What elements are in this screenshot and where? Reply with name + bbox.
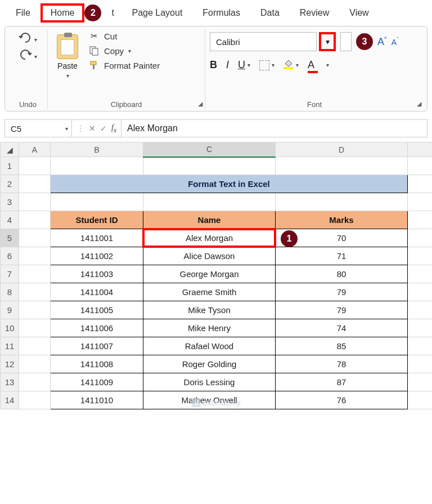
scissors-icon: ✂ <box>88 31 100 41</box>
format-painter-button[interactable]: Format Painter <box>88 60 160 70</box>
chevron-down-icon[interactable]: ▾ <box>296 62 299 68</box>
cell[interactable]: 1411009 <box>51 373 143 391</box>
cut-button[interactable]: ✂ Cut <box>88 31 160 41</box>
worksheet-grid[interactable]: ◢ A B C D 1 2 Format Text in Excel 3 4 S… <box>0 142 432 409</box>
row-header[interactable]: 6 <box>1 247 19 265</box>
cell[interactable]: 80 <box>276 265 408 283</box>
header-marks[interactable]: Marks <box>276 211 408 229</box>
row-header[interactable]: 4 <box>1 211 19 229</box>
cell[interactable]: Alice Dawson <box>143 247 276 265</box>
italic-button[interactable]: I <box>226 59 229 71</box>
cell[interactable]: 1411002 <box>51 247 143 265</box>
cell[interactable]: 85 <box>276 337 408 355</box>
cell[interactable]: 1411007 <box>51 337 143 355</box>
underline-button[interactable]: U▾ <box>238 59 250 71</box>
svg-rect-1 <box>92 48 98 55</box>
col-header-B[interactable]: B <box>51 142 143 157</box>
accept-formula-button[interactable]: ✓ <box>100 124 107 133</box>
cell[interactable]: 1411003 <box>51 265 143 283</box>
tab-review[interactable]: Review <box>290 3 339 23</box>
cell[interactable]: 79 <box>276 301 408 319</box>
row-header[interactable]: 12 <box>1 355 19 373</box>
cell[interactable]: 1411006 <box>51 319 143 337</box>
tab-view[interactable]: View <box>339 3 379 23</box>
font-color-button[interactable]: A ▾ <box>308 59 329 71</box>
tab-home[interactable]: Home <box>40 3 85 23</box>
cell[interactable]: 1411004 <box>51 283 143 301</box>
cell[interactable]: 1411001 <box>51 229 143 247</box>
formula-bar[interactable]: Alex Morgan <box>122 119 428 137</box>
tab-formulas[interactable]: Formulas <box>192 3 250 23</box>
cell[interactable]: 1411010 <box>51 391 143 409</box>
copy-dropdown-icon[interactable]: ▾ <box>128 48 131 54</box>
cell[interactable]: George Morgan <box>143 265 276 283</box>
chevron-down-icon[interactable]: ▾ <box>326 62 329 68</box>
row-header[interactable]: 2 <box>1 175 19 193</box>
name-box[interactable]: C5 ▾ <box>4 119 72 137</box>
col-header-D[interactable]: D <box>276 142 408 157</box>
cell-selected[interactable]: Alex Morgan 1 <box>143 229 276 247</box>
tab-data[interactable]: Data <box>250 3 290 23</box>
row-header[interactable]: 5 <box>1 229 19 247</box>
cell[interactable]: Mike Henry <box>143 319 276 337</box>
cell[interactable]: Doris Lessing <box>143 373 276 391</box>
font-dialog-launcher-icon[interactable]: ◢ <box>417 100 421 108</box>
cell[interactable]: Mathew Orwell <box>143 391 276 409</box>
title-cell[interactable]: Format Text in Excel <box>51 175 408 193</box>
col-header-C[interactable]: C <box>143 142 276 157</box>
chevron-down-icon[interactable]: ▾ <box>65 126 68 132</box>
cell[interactable]: 76 <box>276 391 408 409</box>
header-student-id[interactable]: Student ID <box>51 211 143 229</box>
row-header[interactable]: 11 <box>1 337 19 355</box>
paste-dropdown-icon[interactable]: ▾ <box>66 73 69 79</box>
redo-dropdown-icon[interactable]: ▾ <box>34 53 37 60</box>
row-header[interactable]: 1 <box>1 157 19 175</box>
copy-button[interactable]: Copy ▾ <box>88 46 160 56</box>
insert-function-button[interactable]: fx <box>111 123 116 134</box>
header-name[interactable]: Name <box>143 211 276 229</box>
cell[interactable]: 71 <box>276 247 408 265</box>
bold-button[interactable]: B <box>210 59 217 71</box>
redo-button[interactable] <box>19 49 32 64</box>
select-all-corner[interactable]: ◢ <box>1 142 19 157</box>
row-header[interactable]: 7 <box>1 265 19 283</box>
chevron-down-icon[interactable]: ▾ <box>248 62 250 68</box>
font-name-combo[interactable]: Calibri <box>210 32 317 51</box>
cell[interactable]: Graeme Smith <box>143 283 276 301</box>
formula-bar-value: Alex Morgan <box>127 123 178 133</box>
shrink-font-button[interactable]: Aˇ <box>392 37 399 47</box>
ribbon-home: ▾ ▾ Undo Paste ▾ ✂ Cut Copy <box>4 26 428 111</box>
tab-insert-remnant[interactable]: t <box>101 3 122 23</box>
chevron-down-icon[interactable]: ▾ <box>272 62 274 68</box>
row-header[interactable]: 10 <box>1 319 19 337</box>
paste-button[interactable]: Paste ▾ <box>52 32 83 81</box>
cell[interactable]: Rafael Wood <box>143 337 276 355</box>
cell[interactable]: Roger Golding <box>143 355 276 373</box>
cell[interactable]: 1411008 <box>51 355 143 373</box>
font-name-dropdown-button[interactable]: ▾ <box>319 32 336 51</box>
clipboard-dialog-launcher-icon[interactable]: ◢ <box>198 100 202 108</box>
cell[interactable]: 79 <box>276 283 408 301</box>
cell[interactable]: 87 <box>276 373 408 391</box>
row-header[interactable]: 8 <box>1 283 19 301</box>
cell[interactable]: 74 <box>276 319 408 337</box>
font-size-combo[interactable] <box>340 32 352 51</box>
cell[interactable]: 78 <box>276 355 408 373</box>
cell[interactable]: 1411005 <box>51 301 143 319</box>
col-header-E[interactable] <box>408 142 433 157</box>
col-header-A[interactable]: A <box>19 142 51 157</box>
undo-button[interactable] <box>19 32 32 47</box>
undo-dropdown-icon[interactable]: ▾ <box>34 37 37 43</box>
row-header[interactable]: 9 <box>1 301 19 319</box>
cancel-formula-button[interactable]: ✕ <box>89 124 96 133</box>
cell[interactable]: Mike Tyson <box>143 301 276 319</box>
row-header[interactable]: 3 <box>1 193 19 211</box>
borders-button[interactable]: ▾ <box>259 60 274 70</box>
tab-file[interactable]: File <box>6 3 40 23</box>
row-header[interactable]: 13 <box>1 373 19 391</box>
row-header[interactable]: 14 <box>1 391 19 409</box>
tab-page-layout[interactable]: Page Layout <box>122 3 192 23</box>
formula-tools: ⋮ ✕ ✓ fx <box>72 119 122 137</box>
grow-font-button[interactable]: A^ <box>377 36 387 48</box>
fill-color-button[interactable]: ▾ <box>284 61 299 69</box>
